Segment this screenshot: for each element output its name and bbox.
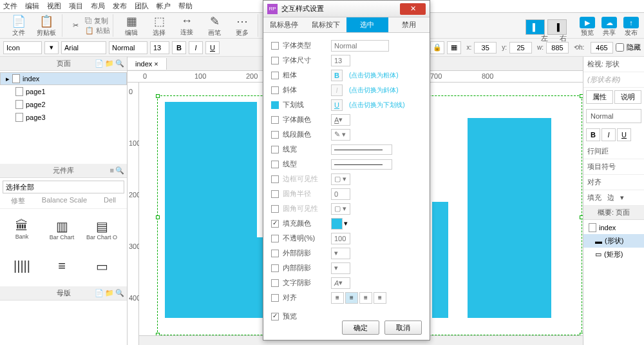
master-folder-icon[interactable]: 📁 bbox=[105, 289, 114, 297]
underline-button[interactable]: U bbox=[205, 41, 220, 54]
shape-dropdown-icon[interactable]: ▾ bbox=[44, 41, 59, 54]
chk-corner-vis[interactable] bbox=[271, 205, 279, 213]
align-center-btn[interactable]: ≡ bbox=[345, 292, 358, 304]
h-input[interactable] bbox=[591, 42, 613, 54]
chk-line-style[interactable] bbox=[271, 161, 279, 168]
weight-select[interactable]: Normal bbox=[109, 41, 147, 54]
lib-search-icon[interactable]: 🔍 bbox=[115, 166, 124, 175]
lock-icon[interactable]: 🔒 bbox=[430, 41, 444, 54]
page-add-icon[interactable]: 📄 bbox=[95, 59, 104, 68]
menu-file[interactable]: 文件 bbox=[3, 1, 17, 11]
shape-select[interactable]: Icon bbox=[3, 41, 42, 54]
style-select[interactable]: Normal bbox=[586, 109, 641, 123]
font-family-select[interactable]: Normal bbox=[331, 40, 389, 52]
tab-selected[interactable]: 选中 bbox=[346, 17, 388, 32]
file-button[interactable]: 📄文件 bbox=[6, 14, 32, 37]
tab-hover[interactable]: 鼠标悬停 bbox=[263, 17, 305, 32]
more-button[interactable]: ⋯更多 bbox=[229, 14, 255, 37]
master-add-icon[interactable]: 📄 bbox=[95, 289, 104, 297]
outer-shadow-select[interactable]: ▾ bbox=[331, 248, 350, 259]
italic-button[interactable]: I bbox=[189, 41, 203, 54]
right-bold-button[interactable]: B bbox=[586, 128, 600, 141]
chk-text-shadow[interactable] bbox=[271, 279, 279, 287]
text-shadow-select[interactable]: A ▾ bbox=[331, 277, 350, 289]
align-right-btn[interactable]: ≡ bbox=[359, 292, 372, 304]
line-style-select[interactable] bbox=[331, 159, 392, 170]
italic-toggle[interactable]: I bbox=[331, 84, 343, 96]
share-button[interactable]: ☁共享 bbox=[601, 17, 617, 37]
line-width-select[interactable] bbox=[331, 144, 392, 155]
lib-item-barcode[interactable]: ||||| bbox=[3, 248, 41, 284]
master-search-icon[interactable]: 🔍 bbox=[115, 289, 124, 297]
menu-publish[interactable]: 发布 bbox=[113, 1, 127, 11]
align-right-button[interactable]: ▐ bbox=[547, 19, 567, 35]
tree-item-page2[interactable]: page2 bbox=[0, 98, 127, 111]
lib-menu-icon[interactable]: ≡ bbox=[110, 166, 114, 175]
x-input[interactable] bbox=[474, 42, 497, 54]
inner-shadow-select[interactable]: ▾ bbox=[331, 262, 350, 274]
publish-button[interactable]: ↑发布 bbox=[623, 17, 639, 37]
line-color-select[interactable]: ✎ ▾ bbox=[331, 129, 350, 141]
menu-help[interactable]: 帮助 bbox=[178, 1, 193, 11]
chk-border-vis[interactable] bbox=[271, 175, 279, 183]
chk-inner-shadow[interactable] bbox=[271, 264, 279, 272]
right-underline-button[interactable]: U bbox=[617, 128, 631, 141]
chk-font-family[interactable] bbox=[271, 42, 279, 50]
font-size-select[interactable]: 13 bbox=[331, 55, 350, 66]
chk-opacity[interactable] bbox=[271, 235, 279, 242]
menu-project[interactable]: 项目 bbox=[69, 1, 83, 11]
props-tab[interactable]: 属性 bbox=[586, 90, 613, 104]
notes-tab[interactable]: 说明 bbox=[614, 90, 641, 104]
close-icon[interactable]: × bbox=[154, 60, 158, 68]
corner-vis-select[interactable]: ▢ ▾ bbox=[331, 203, 350, 215]
preview-button[interactable]: ▶预览 bbox=[580, 17, 595, 37]
chk-font-color[interactable] bbox=[271, 116, 279, 124]
tree-item-page1[interactable]: page1 bbox=[0, 85, 127, 98]
size-select[interactable]: 13 bbox=[150, 41, 169, 54]
page-folder-icon[interactable]: 📁 bbox=[105, 59, 114, 68]
outline-rect[interactable]: ▭(矩形) bbox=[583, 248, 644, 261]
tab-index[interactable]: index × bbox=[128, 58, 167, 70]
ok-button[interactable]: 确定 bbox=[342, 320, 379, 335]
chk-preview[interactable] bbox=[271, 313, 279, 320]
lib-item-bank[interactable]: 🏛Bank bbox=[3, 212, 41, 247]
menu-layout[interactable]: 布局 bbox=[91, 1, 105, 11]
chk-line-width[interactable] bbox=[271, 146, 279, 153]
dup-label[interactable]: ⿻ 复制 bbox=[85, 16, 110, 26]
select-button[interactable]: ⬚选择 bbox=[146, 14, 172, 37]
w-input[interactable] bbox=[546, 42, 569, 54]
tab-disabled[interactable]: 禁用 bbox=[388, 17, 430, 32]
font-select[interactable]: Arial bbox=[61, 41, 106, 54]
chk-underline[interactable] bbox=[271, 101, 279, 109]
menu-edit[interactable]: 编辑 bbox=[25, 1, 39, 11]
dialog-titlebar[interactable]: RP 交互样式设置 ✕ bbox=[263, 1, 430, 17]
chk-outer-shadow[interactable] bbox=[271, 250, 279, 257]
menu-view[interactable]: 视图 bbox=[47, 1, 61, 11]
right-italic-button[interactable]: I bbox=[601, 128, 616, 141]
link-button[interactable]: ↔连接 bbox=[174, 14, 200, 37]
shape-rect-1[interactable] bbox=[165, 102, 257, 318]
tree-item-index[interactable]: ▸index bbox=[0, 72, 127, 85]
hide-checkbox[interactable] bbox=[616, 43, 624, 52]
bold-button[interactable]: B bbox=[172, 41, 186, 54]
align-left-btn[interactable]: ≡ bbox=[331, 292, 344, 304]
chk-align[interactable] bbox=[271, 294, 279, 302]
cut-icon[interactable]: ✂ bbox=[68, 18, 83, 34]
tree-item-page3[interactable]: page3 bbox=[0, 111, 127, 124]
chk-line-color[interactable] bbox=[271, 131, 279, 139]
opacity-input[interactable]: 100 bbox=[331, 233, 350, 244]
corner-r-input[interactable]: 0 bbox=[331, 188, 350, 200]
align-left-button[interactable]: ▌ bbox=[526, 19, 545, 35]
lib-item-barcharto[interactable]: ▤Bar Chart O bbox=[82, 212, 121, 247]
paste-label[interactable]: 📋 粘贴 bbox=[85, 26, 110, 35]
y-input[interactable] bbox=[509, 42, 532, 54]
outline-shape[interactable]: ▬(形状) bbox=[583, 234, 644, 248]
chk-bold[interactable] bbox=[271, 72, 279, 79]
lib-item-barchart[interactable]: ▥Bar Chart bbox=[43, 212, 81, 247]
tab-mousedown[interactable]: 鼠标按下 bbox=[305, 17, 347, 32]
chk-corner-r[interactable] bbox=[271, 190, 279, 198]
border-vis-select[interactable]: ▢ ▾ bbox=[331, 173, 350, 185]
edit-button[interactable]: ▦编辑 bbox=[118, 14, 144, 37]
clipboard-button[interactable]: 📋剪贴板 bbox=[33, 14, 59, 37]
chk-fill-color[interactable] bbox=[271, 220, 279, 228]
